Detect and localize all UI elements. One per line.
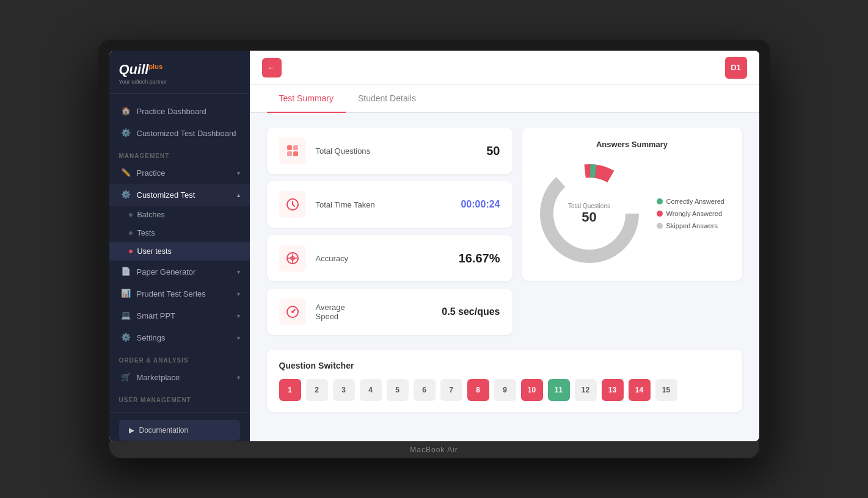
stat-card-total-time: Total Time Taken 00:00:24 <box>267 181 512 228</box>
legend-dot-correct <box>657 198 663 204</box>
chevron-down-icon: ▾ <box>237 312 240 319</box>
stats-row: Total Questions 50 Total Time Taken <box>267 128 742 335</box>
tab-bar: Test Summary Student Details <box>250 85 759 113</box>
chevron-up-icon: ▴ <box>237 192 240 198</box>
smart-ppt-icon: 💻 <box>121 311 131 320</box>
sidebar-item-label: Customized Test <box>137 190 195 200</box>
legend-dot-wrong <box>657 211 663 217</box>
stat-card-accuracy: Accuracy 16.67% <box>267 235 512 281</box>
sidebar-item-tests[interactable]: Tests <box>109 224 250 242</box>
chevron-down-icon: ▾ <box>237 170 240 176</box>
question-btn-5[interactable]: 5 <box>387 379 409 401</box>
question-btn-12[interactable]: 12 <box>575 379 597 401</box>
sidebar-nav: 🏠 Practice Dashboard ⚙️ Customized Test … <box>109 94 250 412</box>
chart-container: Answers Summary <box>522 128 742 281</box>
total-questions-icon <box>279 137 306 164</box>
chevron-down-icon: ▾ <box>237 290 240 297</box>
svg-rect-0 <box>287 145 292 150</box>
prudent-test-icon: 📊 <box>121 289 131 298</box>
settings-icon: ⚙️ <box>121 333 131 342</box>
laptop-frame: Quill plus Your edtech partner 🏠 Practic… <box>98 40 770 458</box>
chart-content: Total Questions 50 Correctly Answered <box>534 159 730 269</box>
sidebar-item-label: Practice <box>137 168 166 178</box>
total-time-value: 00:00:24 <box>461 199 500 210</box>
bullet-icon <box>129 231 133 235</box>
question-btn-7[interactable]: 7 <box>440 379 462 401</box>
chevron-down-icon: ▾ <box>237 334 240 341</box>
question-btn-14[interactable]: 14 <box>629 379 651 401</box>
average-speed-icon <box>279 298 306 325</box>
question-btn-9[interactable]: 9 <box>494 379 516 401</box>
question-switcher-section: Question Switcher 123456789101112131415 <box>267 350 742 412</box>
svg-rect-3 <box>293 151 298 156</box>
question-btn-6[interactable]: 6 <box>414 379 436 401</box>
question-btn-15[interactable]: 15 <box>655 379 677 401</box>
sidebar-item-customized-test[interactable]: ⚙️ Customized Test ▴ <box>109 184 250 206</box>
sidebar-item-smart-ppt[interactable]: 💻 Smart PPT ▾ <box>109 305 250 327</box>
sidebar-footer: ▶ Documentation <box>109 412 250 441</box>
question-btn-8[interactable]: 8 <box>467 379 489 401</box>
sidebar-item-customized-test-dashboard[interactable]: ⚙️ Customized Test Dashboard <box>109 122 250 144</box>
average-speed-label2: Speed <box>316 312 432 321</box>
customized-test-dashboard-icon: ⚙️ <box>121 128 131 138</box>
sub-item-label: Tests <box>137 229 155 237</box>
tab-student-details[interactable]: Student Details <box>346 85 428 113</box>
sidebar-item-marketplace[interactable]: 🛒 Marketplace ▾ <box>109 366 250 388</box>
average-speed-label-wrap: Average Speed <box>316 303 432 321</box>
legend-label-correct: Correctly Answered <box>666 198 724 205</box>
average-speed-label: Average <box>316 303 432 312</box>
svg-rect-2 <box>287 151 292 156</box>
accuracy-icon <box>279 245 306 272</box>
average-speed-value: 0.5 sec/ques <box>442 306 500 317</box>
donut-value-text: 50 <box>568 209 610 225</box>
legend-item-skipped: Skipped Answers <box>657 222 724 229</box>
user-avatar[interactable]: D1 <box>725 57 747 79</box>
sub-item-label: User tests <box>137 247 172 256</box>
sidebar-item-paper-generator[interactable]: 📄 Paper Generator ▾ <box>109 261 250 283</box>
svg-point-10 <box>291 311 294 313</box>
screen: Quill plus Your edtech partner 🏠 Practic… <box>109 51 759 441</box>
question-btn-1[interactable]: 1 <box>279 379 301 401</box>
total-questions-value: 50 <box>486 144 500 158</box>
macbook-label: MacBook Air <box>410 446 458 454</box>
bullet-icon <box>129 213 133 217</box>
tab-test-summary[interactable]: Test Summary <box>267 85 346 113</box>
main-content: ← D1 Test Summary Student Details <box>250 51 759 441</box>
section-label-user-management: USER MANAGEMENT <box>109 388 250 406</box>
practice-dashboard-icon: 🏠 <box>121 106 131 116</box>
stat-card-average-speed: Average Speed 0.5 sec/ques <box>267 289 512 335</box>
question-btn-13[interactable]: 13 <box>602 379 624 401</box>
sidebar-item-prudent-test[interactable]: 📊 Prudent Test Series ▾ <box>109 283 250 305</box>
sidebar-item-label: Customized Test Dashboard <box>137 129 236 138</box>
question-btn-2[interactable]: 2 <box>306 379 328 401</box>
back-button[interactable]: ← <box>262 58 282 78</box>
sidebar-item-practice-dashboard[interactable]: 🏠 Practice Dashboard <box>109 100 250 122</box>
chart-legend: Correctly Answered Wrongly Answered Skip… <box>657 198 724 229</box>
top-bar: ← D1 <box>250 51 759 85</box>
logo-area: Quill plus Your edtech partner <box>109 51 250 94</box>
sidebar-item-settings[interactable]: ⚙️ Settings ▾ <box>109 327 250 348</box>
accuracy-label: Accuracy <box>316 254 449 263</box>
bullet-active-icon <box>129 250 133 253</box>
documentation-icon: ▶ <box>129 426 134 435</box>
sidebar-item-practice[interactable]: ✏️ Practice ▾ <box>109 162 250 184</box>
question-btn-11[interactable]: 11 <box>548 379 570 401</box>
sidebar-item-batches[interactable]: Batches <box>109 206 250 224</box>
content-area: Test Summary Student Details <box>250 85 759 441</box>
sidebar-item-label: Practice Dashboard <box>137 107 206 116</box>
marketplace-icon: 🛒 <box>121 372 131 382</box>
question-btn-4[interactable]: 4 <box>360 379 382 401</box>
documentation-button[interactable]: ▶ Documentation <box>119 420 240 441</box>
sidebar: Quill plus Your edtech partner 🏠 Practic… <box>109 51 250 441</box>
question-btn-10[interactable]: 10 <box>521 379 543 401</box>
accuracy-value: 16.67% <box>459 251 500 265</box>
logo-tagline: Your edtech partner <box>119 79 240 85</box>
total-time-icon <box>279 191 306 218</box>
donut-center-label: Total Questions 50 <box>568 203 610 225</box>
question-btn-3[interactable]: 3 <box>333 379 355 401</box>
sidebar-item-label: Marketplace <box>137 373 180 382</box>
legend-item-wrong: Wrongly Answered <box>657 210 724 217</box>
sidebar-item-user-tests[interactable]: User tests <box>109 242 250 261</box>
section-label-order-analysis: ORDER & ANALYSIS <box>109 348 250 366</box>
donut-chart: Total Questions 50 <box>534 159 644 269</box>
